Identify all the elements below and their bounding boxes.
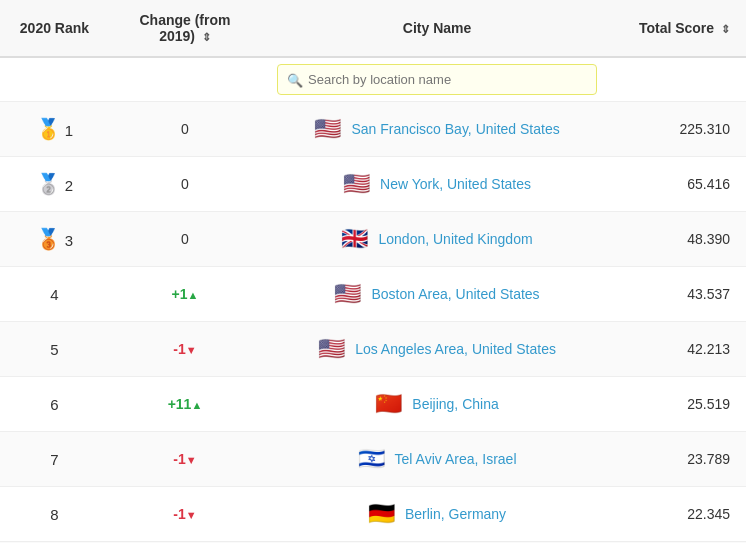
change-value: +1 — [172, 286, 188, 302]
change-cell: -1▼ — [109, 487, 261, 542]
city-name: Berlin, Germany — [405, 506, 506, 522]
change-cell: +1▲ — [109, 267, 261, 322]
rank-cell: 7 — [0, 432, 109, 487]
city-cell[interactable]: 🇺🇸Los Angeles Area, United States — [261, 322, 613, 377]
flag-icon: 🇬🇧 — [341, 226, 368, 252]
rank-header-label: 2020 Rank — [20, 20, 89, 36]
table-row: 7-1▼🇮🇱Tel Aviv Area, Israel23.789 — [0, 432, 746, 487]
change-value: +11 — [168, 396, 192, 412]
change-cell: -1▼ — [109, 432, 261, 487]
change-value: -1 — [173, 341, 185, 357]
change-cell: -1▼ — [109, 322, 261, 377]
score-header-label: Total Score — [639, 20, 714, 36]
change-value: -1 — [173, 451, 185, 467]
table-row: 🥈20🇺🇸New York, United States65.416 — [0, 157, 746, 212]
change-cell: 0 — [109, 212, 261, 267]
change-value: 0 — [181, 121, 189, 137]
change-arrow-down: ▼ — [186, 454, 197, 466]
search-icon: 🔍 — [287, 72, 303, 87]
score-cell: 48.390 — [613, 212, 746, 267]
rank-number: 5 — [50, 341, 58, 358]
table-row: 5-1▼🇺🇸Los Angeles Area, United States42.… — [0, 322, 746, 377]
change-arrow-up: ▲ — [188, 289, 199, 301]
search-input[interactable] — [277, 64, 597, 95]
flag-icon: 🇺🇸 — [343, 171, 370, 197]
city-cell[interactable]: 🇩🇪Berlin, Germany — [261, 487, 613, 542]
flag-icon: 🇺🇸 — [334, 281, 361, 307]
city-cell[interactable]: 🇮🇱Tel Aviv Area, Israel — [261, 432, 613, 487]
rank-cell: 5 — [0, 322, 109, 377]
search-row: 🔍 — [0, 57, 746, 102]
table-row: 4+1▲🇺🇸Boston Area, United States43.537 — [0, 267, 746, 322]
medal-icon: 🥈 — [36, 173, 61, 195]
score-cell: 43.537 — [613, 267, 746, 322]
table-row: 🥉30🇬🇧London, United Kingdom48.390 — [0, 212, 746, 267]
change-arrow-down: ▼ — [186, 509, 197, 521]
score-cell: 22.345 — [613, 487, 746, 542]
rank-cell: 6 — [0, 377, 109, 432]
city-name: Boston Area, United States — [371, 286, 539, 302]
change-column-header[interactable]: Change (from 2019) ⇕ — [109, 0, 261, 57]
change-arrow-up: ▲ — [191, 399, 202, 411]
search-container: 🔍 — [277, 64, 597, 95]
rank-cell: 🥇1 — [0, 102, 109, 157]
city-name: San Francisco Bay, United States — [351, 121, 559, 137]
city-cell[interactable]: 🇺🇸San Francisco Bay, United States — [261, 102, 613, 157]
score-cell: 225.310 — [613, 102, 746, 157]
change-arrow-down: ▼ — [186, 344, 197, 356]
rank-cell: 🥈2 — [0, 157, 109, 212]
rank-number: 6 — [50, 396, 58, 413]
city-name: Los Angeles Area, United States — [355, 341, 556, 357]
rank-number: 4 — [50, 286, 58, 303]
score-cell: 25.519 — [613, 377, 746, 432]
city-cell[interactable]: 🇺🇸New York, United States — [261, 157, 613, 212]
change-cell: 0 — [109, 102, 261, 157]
city-name: London, United Kingdom — [378, 231, 532, 247]
change-cell: +11▲ — [109, 377, 261, 432]
change-sort-icon: ⇕ — [202, 31, 211, 43]
flag-icon: 🇺🇸 — [314, 116, 341, 142]
score-cell: 42.213 — [613, 322, 746, 377]
city-name: New York, United States — [380, 176, 531, 192]
flag-icon: 🇮🇱 — [358, 446, 385, 472]
search-cell: 🔍 — [261, 57, 613, 102]
city-cell[interactable]: 🇬🇧London, United Kingdom — [261, 212, 613, 267]
table-row: 6+11▲🇨🇳Beijing, China25.519 — [0, 377, 746, 432]
medal-icon: 🥉 — [36, 228, 61, 250]
city-cell[interactable]: 🇺🇸Boston Area, United States — [261, 267, 613, 322]
flag-icon: 🇺🇸 — [318, 336, 345, 362]
city-cell[interactable]: 🇨🇳Beijing, China — [261, 377, 613, 432]
rank-number: 3 — [65, 232, 73, 249]
city-name: Tel Aviv Area, Israel — [395, 451, 517, 467]
rank-number: 1 — [65, 122, 73, 139]
table-row: 8-1▼🇩🇪Berlin, Germany22.345 — [0, 487, 746, 542]
score-cell: 23.789 — [613, 432, 746, 487]
rank-column-header: 2020 Rank — [0, 0, 109, 57]
rank-cell: 🥉3 — [0, 212, 109, 267]
flag-icon: 🇨🇳 — [375, 391, 402, 417]
rank-number: 7 — [50, 451, 58, 468]
flag-icon: 🇩🇪 — [368, 501, 395, 527]
city-name: Beijing, China — [412, 396, 498, 412]
score-sort-icon: ⇕ — [721, 23, 730, 35]
rank-cell: 8 — [0, 487, 109, 542]
search-wrapper: 🔍 — [277, 64, 597, 95]
city-column-header: City Name — [261, 0, 613, 57]
rank-cell: 4 — [0, 267, 109, 322]
city-header-label: City Name — [403, 20, 471, 36]
change-header-label: Change (from 2019) — [139, 12, 230, 44]
rank-number: 2 — [65, 177, 73, 194]
score-column-header[interactable]: Total Score ⇕ — [613, 0, 746, 57]
change-cell: 0 — [109, 157, 261, 212]
change-value: 0 — [181, 231, 189, 247]
change-value: 0 — [181, 176, 189, 192]
rank-number: 8 — [50, 506, 58, 523]
table-row: 🥇10🇺🇸San Francisco Bay, United States225… — [0, 102, 746, 157]
score-cell: 65.416 — [613, 157, 746, 212]
change-value: -1 — [173, 506, 185, 522]
medal-icon: 🥇 — [36, 118, 61, 140]
